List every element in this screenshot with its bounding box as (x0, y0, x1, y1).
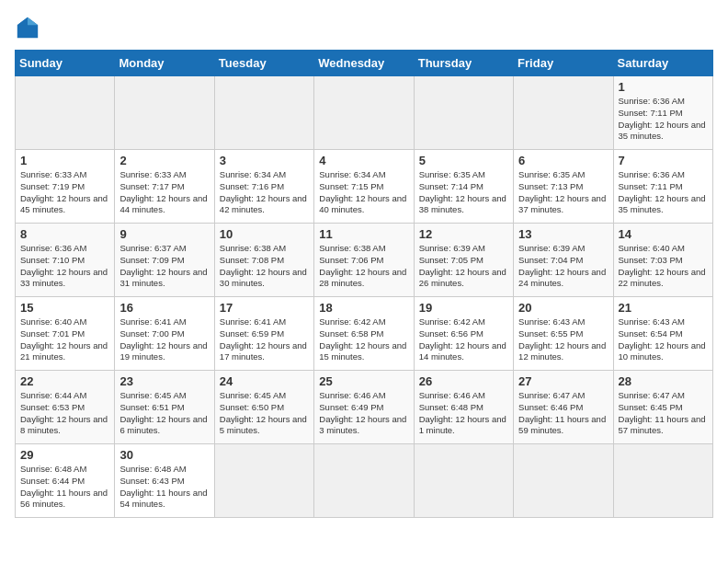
col-header-monday: Monday (115, 51, 214, 76)
calendar-cell (314, 444, 414, 518)
day-number: 7 (619, 154, 708, 167)
calendar-cell: 30Sunrise: 6:48 AMSunset: 6:43 PMDayligh… (115, 444, 214, 518)
calendar-cell (414, 444, 513, 518)
col-header-tuesday: Tuesday (214, 51, 313, 76)
calendar-cell: 7Sunrise: 6:36 AMSunset: 7:11 PMDaylight… (613, 150, 712, 224)
calendar-cell: 18Sunrise: 6:42 AMSunset: 6:58 PMDayligh… (314, 297, 414, 371)
day-number: 21 (619, 301, 708, 315)
col-header-wednesday: Wednesday (314, 51, 414, 76)
day-info: Sunrise: 6:34 AMSunset: 7:15 PMDaylight:… (319, 169, 408, 216)
calendar-cell: 22Sunrise: 6:44 AMSunset: 6:53 PMDayligh… (16, 371, 115, 444)
day-number: 20 (518, 301, 608, 315)
day-number: 9 (119, 227, 209, 241)
calendar-cell: 14Sunrise: 6:40 AMSunset: 7:03 PMDayligh… (613, 224, 712, 297)
day-number: 25 (319, 374, 408, 388)
day-number: 26 (419, 374, 508, 388)
day-info: Sunrise: 6:33 AMSunset: 7:19 PMDaylight:… (20, 169, 109, 216)
day-info: Sunrise: 6:46 AMSunset: 6:48 PMDaylight:… (419, 390, 508, 437)
day-info: Sunrise: 6:38 AMSunset: 7:08 PMDaylight:… (220, 243, 309, 290)
calendar-cell (16, 76, 115, 150)
calendar-cell (514, 444, 613, 518)
day-info: Sunrise: 6:39 AMSunset: 7:05 PMDaylight:… (419, 243, 508, 290)
day-info: Sunrise: 6:40 AMSunset: 7:01 PMDaylight:… (20, 316, 109, 363)
day-info: Sunrise: 6:45 AMSunset: 6:51 PMDaylight:… (119, 390, 209, 437)
day-info: Sunrise: 6:36 AMSunset: 7:11 PMDaylight:… (619, 169, 708, 216)
calendar-cell: 3Sunrise: 6:34 AMSunset: 7:16 PMDaylight… (214, 150, 313, 224)
calendar-week-2: 8Sunrise: 6:36 AMSunset: 7:10 PMDaylight… (16, 224, 713, 297)
svg-marker-1 (28, 17, 38, 25)
calendar-cell (314, 76, 414, 150)
calendar-cell: 28Sunrise: 6:47 AMSunset: 6:45 PMDayligh… (613, 371, 712, 444)
day-info: Sunrise: 6:37 AMSunset: 7:09 PMDaylight:… (119, 243, 209, 290)
day-info: Sunrise: 6:44 AMSunset: 6:53 PMDaylight:… (20, 390, 109, 437)
calendar-cell (214, 76, 313, 150)
day-info: Sunrise: 6:35 AMSunset: 7:13 PMDaylight:… (518, 169, 608, 216)
calendar-cell: 1Sunrise: 6:36 AMSunset: 7:11 PMDaylight… (613, 76, 712, 150)
calendar-cell: 15Sunrise: 6:40 AMSunset: 7:01 PMDayligh… (16, 297, 115, 371)
day-number: 18 (319, 301, 408, 315)
calendar-cell (514, 76, 613, 150)
day-number: 1 (20, 154, 109, 167)
calendar-cell: 5Sunrise: 6:35 AMSunset: 7:14 PMDaylight… (414, 150, 513, 224)
calendar-cell: 26Sunrise: 6:46 AMSunset: 6:48 PMDayligh… (414, 371, 513, 444)
day-number: 3 (220, 154, 309, 167)
col-header-friday: Friday (514, 51, 613, 76)
calendar-table: SundayMondayTuesdayWednesdayThursdayFrid… (15, 50, 713, 518)
calendar-cell: 27Sunrise: 6:47 AMSunset: 6:46 PMDayligh… (514, 371, 613, 444)
day-info: Sunrise: 6:41 AMSunset: 6:59 PMDaylight:… (220, 316, 309, 363)
day-number: 15 (20, 301, 109, 315)
day-number: 2 (119, 154, 209, 167)
calendar-cell: 24Sunrise: 6:45 AMSunset: 6:50 PMDayligh… (214, 371, 313, 444)
day-number: 10 (220, 227, 309, 241)
calendar-cell: 10Sunrise: 6:38 AMSunset: 7:08 PMDayligh… (214, 224, 313, 297)
day-number: 13 (518, 227, 608, 241)
day-number: 29 (20, 448, 109, 462)
day-info: Sunrise: 6:43 AMSunset: 6:55 PMDaylight:… (518, 316, 608, 363)
day-number: 19 (419, 301, 508, 315)
page-header (15, 15, 713, 40)
calendar-cell: 11Sunrise: 6:38 AMSunset: 7:06 PMDayligh… (314, 224, 414, 297)
day-info: Sunrise: 6:39 AMSunset: 7:04 PMDaylight:… (518, 243, 608, 290)
calendar-cell: 4Sunrise: 6:34 AMSunset: 7:15 PMDaylight… (314, 150, 414, 224)
calendar-week-0: 1Sunrise: 6:36 AMSunset: 7:11 PMDaylight… (16, 76, 713, 150)
calendar-cell: 19Sunrise: 6:42 AMSunset: 6:56 PMDayligh… (414, 297, 513, 371)
day-info: Sunrise: 6:36 AMSunset: 7:11 PMDaylight:… (619, 96, 708, 143)
calendar-cell (214, 444, 313, 518)
day-number: 5 (419, 154, 508, 167)
logo (15, 15, 44, 40)
calendar-cell: 23Sunrise: 6:45 AMSunset: 6:51 PMDayligh… (115, 371, 214, 444)
calendar-cell: 9Sunrise: 6:37 AMSunset: 7:09 PMDaylight… (115, 224, 214, 297)
day-info: Sunrise: 6:40 AMSunset: 7:03 PMDaylight:… (619, 243, 708, 290)
day-number: 4 (319, 154, 408, 167)
day-number: 16 (119, 301, 209, 315)
calendar-cell: 25Sunrise: 6:46 AMSunset: 6:49 PMDayligh… (314, 371, 414, 444)
calendar-week-3: 15Sunrise: 6:40 AMSunset: 7:01 PMDayligh… (16, 297, 713, 371)
day-number: 23 (119, 374, 209, 388)
day-number: 6 (518, 154, 608, 167)
day-info: Sunrise: 6:43 AMSunset: 6:54 PMDaylight:… (619, 316, 708, 363)
day-info: Sunrise: 6:48 AMSunset: 6:43 PMDaylight:… (119, 464, 209, 511)
day-info: Sunrise: 6:47 AMSunset: 6:45 PMDaylight:… (619, 390, 708, 437)
calendar-header-row: SundayMondayTuesdayWednesdayThursdayFrid… (16, 51, 713, 76)
day-info: Sunrise: 6:36 AMSunset: 7:10 PMDaylight:… (20, 243, 109, 290)
calendar-cell: 20Sunrise: 6:43 AMSunset: 6:55 PMDayligh… (514, 297, 613, 371)
calendar-cell: 8Sunrise: 6:36 AMSunset: 7:10 PMDaylight… (16, 224, 115, 297)
calendar-week-1: 1Sunrise: 6:33 AMSunset: 7:19 PMDaylight… (16, 150, 713, 224)
day-number: 1 (619, 80, 708, 94)
calendar-cell (613, 444, 712, 518)
day-number: 27 (518, 374, 608, 388)
day-info: Sunrise: 6:46 AMSunset: 6:49 PMDaylight:… (319, 390, 408, 437)
calendar-cell: 6Sunrise: 6:35 AMSunset: 7:13 PMDaylight… (514, 150, 613, 224)
day-info: Sunrise: 6:35 AMSunset: 7:14 PMDaylight:… (419, 169, 508, 216)
calendar-cell: 1Sunrise: 6:33 AMSunset: 7:19 PMDaylight… (16, 150, 115, 224)
calendar-cell (115, 76, 214, 150)
logo-icon (15, 15, 40, 40)
day-info: Sunrise: 6:45 AMSunset: 6:50 PMDaylight:… (220, 390, 309, 437)
day-number: 8 (20, 227, 109, 241)
day-info: Sunrise: 6:42 AMSunset: 6:56 PMDaylight:… (419, 316, 508, 363)
calendar-week-5: 29Sunrise: 6:48 AMSunset: 6:44 PMDayligh… (16, 444, 713, 518)
calendar-cell: 2Sunrise: 6:33 AMSunset: 7:17 PMDaylight… (115, 150, 214, 224)
day-info: Sunrise: 6:33 AMSunset: 7:17 PMDaylight:… (119, 169, 209, 216)
col-header-sunday: Sunday (16, 51, 115, 76)
calendar-cell (414, 76, 513, 150)
